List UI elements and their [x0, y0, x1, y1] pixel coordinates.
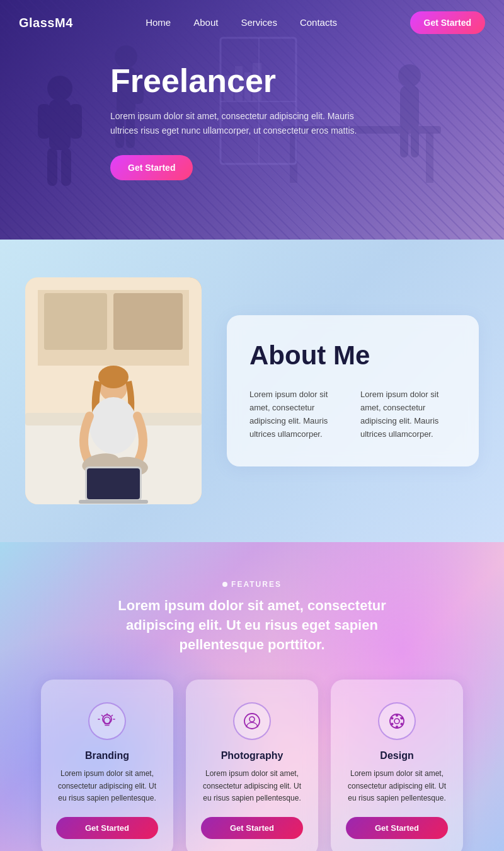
svg-point-46 — [401, 723, 403, 726]
design-description: Lorem ipsum dolor sit amet, consectetur … — [346, 768, 448, 804]
design-cta-button[interactable]: Get Started — [346, 817, 448, 839]
lightbulb-icon — [98, 712, 117, 731]
branding-title: Branding — [56, 750, 158, 761]
about-image — [25, 277, 202, 504]
svg-rect-27 — [44, 293, 107, 350]
nav-link-home[interactable]: Home — [146, 17, 171, 28]
svg-point-41 — [249, 717, 255, 722]
svg-point-43 — [394, 719, 399, 724]
svg-point-33 — [89, 397, 137, 454]
navbar: GlassM4 Home About Services Contacts Get… — [0, 0, 504, 45]
branding-cta-button[interactable]: Get Started — [56, 817, 158, 839]
person-circle-icon — [243, 712, 261, 731]
features-content: FEATURES Lorem ipsum dolor sit amet, con… — [25, 580, 479, 851]
svg-point-47 — [396, 726, 398, 728]
svg-point-32 — [98, 366, 129, 388]
photography-cta-button[interactable]: Get Started — [201, 817, 303, 839]
photography-title: Photography — [201, 750, 303, 761]
features-label: FEATURES — [25, 580, 479, 589]
design-title: Design — [346, 750, 448, 761]
hero-title: Freelancer — [110, 63, 504, 99]
feature-card-design: Design Lorem ipsum dolor sit amet, conse… — [331, 680, 463, 851]
nav-links: Home About Services Contacts — [146, 17, 337, 28]
svg-point-49 — [391, 717, 394, 720]
about-title: About Me — [249, 340, 456, 371]
about-col-1: Lorem ipsum dolor sit amet, consectetur … — [249, 388, 345, 441]
photography-description: Lorem ipsum dolor sit amet, consectetur … — [201, 768, 303, 804]
nav-link-services[interactable]: Services — [241, 17, 277, 28]
about-card: About Me Lorem ipsum dolor sit amet, con… — [227, 315, 479, 466]
feature-card-photography: Photography Lorem ipsum dolor sit amet, … — [186, 680, 318, 851]
hero-cta-button[interactable]: Get Started — [110, 155, 193, 180]
features-section: FEATURES Lorem ipsum dolor sit amet, con… — [0, 542, 504, 851]
nav-link-contacts[interactable]: Contacts — [300, 17, 337, 28]
color-wheel-icon — [387, 712, 406, 731]
svg-point-48 — [391, 723, 394, 726]
features-heading: Lorem ipsum dolor sit amet, consectetur … — [88, 596, 416, 654]
branding-description: Lorem ipsum dolor sit amet, consectetur … — [56, 768, 158, 804]
svg-rect-28 — [113, 293, 183, 350]
about-person-illustration — [25, 277, 202, 504]
feature-cards-grid: Branding Lorem ipsum dolor sit amet, con… — [25, 680, 479, 851]
design-icon-container — [378, 702, 416, 740]
svg-rect-37 — [87, 468, 140, 499]
feature-card-branding: Branding Lorem ipsum dolor sit amet, con… — [41, 680, 173, 851]
nav-link-about[interactable]: About — [193, 17, 218, 28]
photography-icon-container — [233, 702, 271, 740]
svg-rect-38 — [79, 500, 148, 504]
about-section: About Me Lorem ipsum dolor sit amet, con… — [0, 240, 504, 542]
nav-cta-button[interactable]: Get Started — [410, 11, 485, 34]
nav-logo: GlassM4 — [19, 16, 73, 30]
about-columns: Lorem ipsum dolor sit amet, consectetur … — [249, 388, 456, 441]
svg-point-44 — [396, 714, 398, 717]
features-dot — [222, 582, 227, 587]
branding-icon-container — [88, 702, 126, 740]
hero-description: Lorem ipsum dolor sit amet, consectetur … — [110, 109, 375, 137]
about-col-2: Lorem ipsum dolor sit amet, consectetur … — [360, 388, 456, 441]
